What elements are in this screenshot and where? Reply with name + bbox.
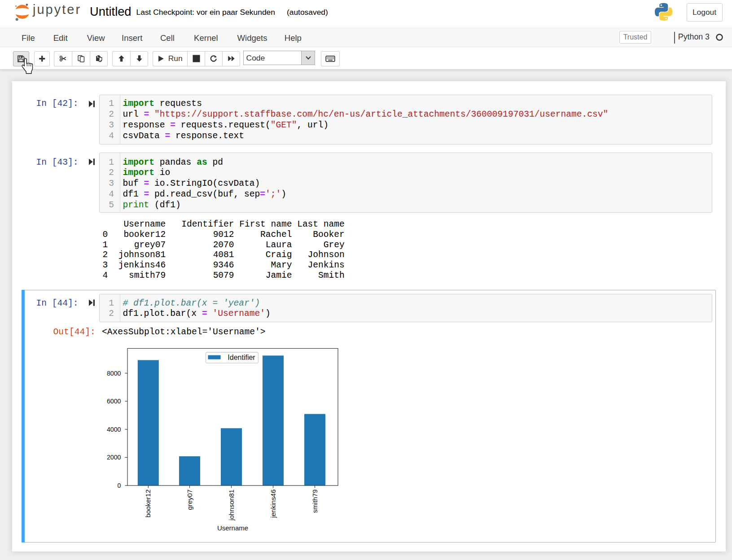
svg-text:grey07: grey07 — [186, 490, 193, 510]
svg-text:Identifier: Identifier — [228, 354, 255, 361]
svg-text:8000: 8000 — [107, 370, 121, 377]
svg-text:6000: 6000 — [107, 398, 121, 405]
svg-text:Username: Username — [217, 524, 248, 532]
svg-text:2000: 2000 — [107, 454, 121, 461]
svg-text:4000: 4000 — [107, 426, 121, 433]
svg-text:jupyter: jupyter — [32, 3, 81, 17]
svg-text:booker12: booker12 — [144, 490, 152, 518]
svg-text:jenkins46: jenkins46 — [269, 490, 277, 518]
svg-text:johnson81: johnson81 — [228, 490, 235, 521]
svg-text:0: 0 — [118, 482, 121, 489]
svg-text:smith79: smith79 — [311, 490, 319, 513]
